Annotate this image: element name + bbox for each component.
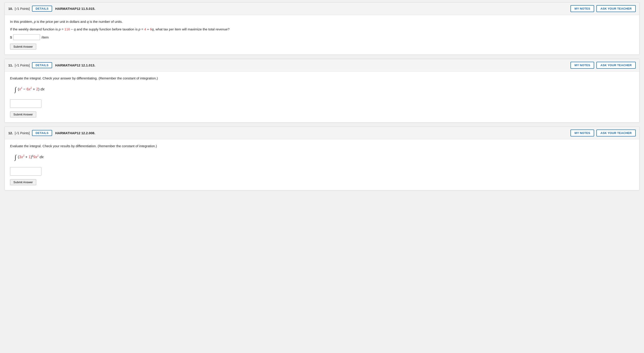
problem-11: 11. [-/1 Points] DETAILS HARMATHAP12 12.… — [4, 59, 640, 123]
problem-11-body: Evaluate the integral. Check your answer… — [5, 72, 639, 122]
details-button-12[interactable]: DETAILS — [32, 130, 52, 136]
problem-10-text1: In this problem, p is the price per unit… — [10, 19, 634, 24]
header-right-12: MY NOTES ASK YOUR TEACHER — [570, 130, 636, 136]
demand-value: 116 — [64, 27, 70, 31]
dollar-sign: $ — [10, 35, 12, 39]
ask-teacher-button-11[interactable]: ASK YOUR TEACHER — [596, 62, 636, 69]
problem-12-number: 12. [-/1 Points] — [8, 131, 30, 135]
supply-value-2: 6 — [150, 27, 152, 31]
header-right-11: MY NOTES ASK YOUR TEACHER — [570, 62, 636, 69]
problem-id-11: HARMATHAP12 12.1.013. — [55, 63, 95, 67]
answer-input-12[interactable] — [10, 167, 41, 176]
submit-button-10[interactable]: Submit Answer — [10, 44, 36, 50]
integral-sign-12: ∫ — [14, 154, 16, 161]
problem-10-body: In this problem, p is the price per unit… — [5, 15, 639, 55]
problem-id-12: HARMATHAP12 12.2.008. — [55, 131, 95, 135]
math-6x2: 6x2 — [26, 87, 32, 91]
header-right-10: MY NOTES ASK YOUR TEACHER — [570, 5, 636, 12]
ask-teacher-button-10[interactable]: ASK YOUR TEACHER — [596, 5, 636, 12]
my-notes-button-12[interactable]: MY NOTES — [570, 130, 594, 136]
problem-10-number: 10. [-/1 Points] — [8, 7, 30, 11]
problem-11-number: 11. [-/1 Points] — [8, 63, 30, 67]
problem-11-text1: Evaluate the integral. Check your answer… — [10, 76, 634, 81]
submit-button-11[interactable]: Submit Answer — [10, 111, 36, 117]
problem-12-text1: Evaluate the integral. Check your result… — [10, 143, 634, 149]
math-x4: x4 — [19, 87, 22, 91]
supply-value-1: 4 — [144, 27, 146, 31]
problem-11-math: ∫ (x4 − 6x2 + 2) dx — [14, 83, 634, 96]
math-1: 1 — [28, 155, 31, 159]
problem-12-math: ∫ (3x3 + 1)69x2 dx — [14, 151, 634, 164]
math-2: 2 — [36, 87, 38, 91]
problem-10-text2: If the weekly demand function is p = 116… — [10, 27, 634, 32]
submit-button-12[interactable]: Submit Answer — [10, 179, 36, 185]
answer-input-10[interactable] — [13, 34, 40, 40]
details-button-10[interactable]: DETAILS — [32, 6, 52, 12]
problem-10-header: 10. [-/1 Points] DETAILS HARMATHAP12 11.… — [5, 3, 639, 15]
dollar-input-row: $ /item — [10, 34, 634, 40]
problem-12: 12. [-/1 Points] DETAILS HARMATHAP12 12.… — [4, 127, 640, 190]
problem-10: 10. [-/1 Points] DETAILS HARMATHAP12 11.… — [4, 2, 640, 55]
math-9x2: 9x2 — [33, 155, 39, 159]
problem-id-10: HARMATHAP12 11.5.015. — [55, 7, 95, 11]
unit-label-10: /item — [41, 35, 49, 39]
problem-12-body: Evaluate the integral. Check your result… — [5, 139, 639, 190]
integral-sign-11: ∫ — [14, 86, 16, 93]
problem-11-header: 11. [-/1 Points] DETAILS HARMATHAP12 12.… — [5, 59, 639, 72]
ask-teacher-button-12[interactable]: ASK YOUR TEACHER — [596, 130, 636, 136]
my-notes-button-11[interactable]: MY NOTES — [570, 62, 594, 69]
problem-12-header: 12. [-/1 Points] DETAILS HARMATHAP12 12.… — [5, 127, 639, 139]
my-notes-button-10[interactable]: MY NOTES — [570, 5, 594, 12]
details-button-11[interactable]: DETAILS — [32, 62, 52, 68]
math-3x3: 3x3 — [19, 155, 24, 159]
answer-input-11[interactable] — [10, 99, 41, 108]
